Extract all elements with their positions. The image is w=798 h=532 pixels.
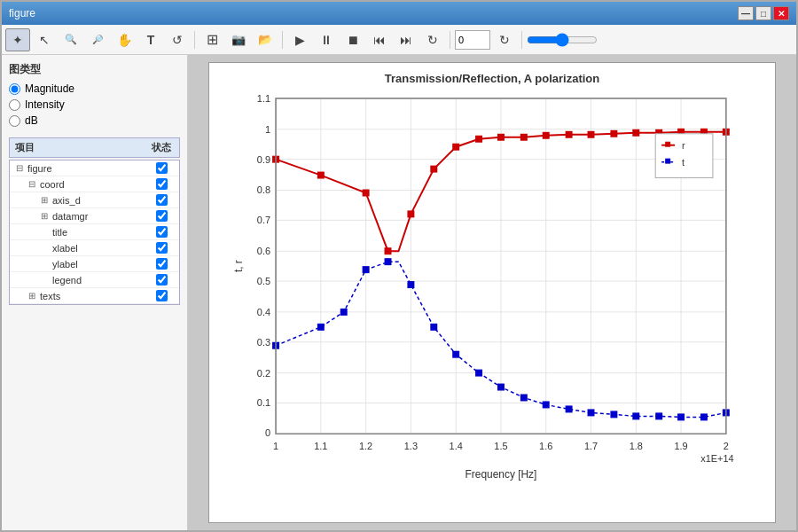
r-point-2	[317, 172, 325, 179]
tree-row[interactable]: ⊟figure	[10, 160, 179, 176]
minimize-button[interactable]: —	[738, 6, 754, 20]
radio-intensity-label: Intensity	[25, 98, 65, 111]
r-point-14	[610, 130, 617, 137]
tree-row[interactable]: ⊞axis_d	[10, 192, 179, 208]
tree-checkbox-input[interactable]	[156, 242, 168, 254]
radio-db-input[interactable]	[9, 115, 20, 127]
svg-text:0: 0	[265, 427, 270, 438]
main-content: 图类型 Magnitude Intensity dB 项目 状态	[2, 55, 796, 530]
select-tool[interactable]: ↖	[32, 28, 57, 51]
camera-tool[interactable]: 📷	[226, 28, 251, 51]
tree-checkbox[interactable]	[144, 226, 179, 238]
tree-row[interactable]: title	[10, 224, 179, 240]
r-point-15	[632, 129, 639, 137]
radio-db[interactable]: dB	[9, 114, 180, 127]
loop-button[interactable]: ↻	[420, 28, 445, 51]
tree-col2-header: 状态	[144, 138, 179, 157]
tree-toggle[interactable]: ⊟	[26, 179, 38, 189]
tree-checkbox-input[interactable]	[156, 226, 168, 238]
tree-header: 项目 状态	[9, 137, 180, 158]
tree-checkbox-input[interactable]	[156, 290, 168, 301]
tree-row[interactable]: ⊟coord	[10, 176, 179, 192]
tree-checkbox[interactable]	[144, 178, 179, 190]
tree-item-label: axis_d	[51, 195, 144, 206]
tree-indent	[10, 275, 38, 286]
tree-checkbox-input[interactable]	[156, 194, 168, 206]
arrow-tool[interactable]: ✦	[5, 28, 30, 51]
play-button[interactable]: ▶	[287, 28, 312, 51]
tree-checkbox[interactable]	[144, 290, 179, 301]
radio-intensity[interactable]: Intensity	[9, 98, 180, 111]
tree-row[interactable]: legend	[10, 272, 179, 288]
tree-item-label: datamgr	[51, 211, 144, 222]
tree-checkbox-input[interactable]	[156, 210, 168, 222]
tree-checkbox-input[interactable]	[156, 274, 168, 286]
radio-magnitude[interactable]: Magnitude	[9, 82, 180, 95]
svg-text:0.1: 0.1	[257, 397, 270, 408]
type-radio-group: Magnitude Intensity dB	[9, 82, 180, 127]
stop-button[interactable]: ⏹	[340, 28, 365, 51]
close-button[interactable]: ✕	[773, 6, 789, 20]
tree-checkbox[interactable]	[144, 258, 179, 270]
tree-indent	[10, 227, 38, 238]
refresh-button[interactable]: ↻	[492, 28, 517, 51]
svg-text:1.1: 1.1	[314, 441, 327, 451]
frame-number-input[interactable]: 0	[455, 30, 490, 50]
t-point-3	[340, 309, 348, 316]
next-button[interactable]: ⏭	[394, 28, 419, 51]
svg-text:1.6: 1.6	[539, 441, 552, 451]
prev-button[interactable]: ⏮	[367, 28, 392, 51]
tree-row[interactable]: ⊞datamgr	[10, 208, 179, 224]
svg-text:1: 1	[265, 124, 270, 135]
radio-magnitude-input[interactable]	[9, 83, 20, 95]
zoom-in-tool[interactable]: 🔍	[59, 28, 83, 51]
tree-checkbox[interactable]	[144, 210, 179, 222]
tree-row[interactable]: ylabel	[10, 256, 179, 272]
tree-checkbox[interactable]	[144, 274, 179, 286]
fit-tool[interactable]: ⊞	[200, 28, 224, 51]
zoom-out-tool[interactable]: 🔎	[85, 28, 110, 51]
window-title: figure	[9, 7, 738, 20]
maximize-button[interactable]: □	[755, 6, 771, 20]
r-point-5	[407, 210, 414, 217]
t-point-14	[588, 409, 595, 416]
pan-tool[interactable]: ✋	[112, 28, 137, 51]
tree-toggle[interactable]: ⊞	[38, 211, 51, 221]
tree-section: 项目 状态 ⊟figure ⊟coord ⊞axis_d ⊞datamgr ti…	[9, 137, 180, 523]
tree-checkbox[interactable]	[144, 194, 179, 206]
playback-slider[interactable]	[527, 34, 598, 46]
separator-1	[194, 31, 195, 49]
svg-text:0.8: 0.8	[257, 184, 270, 195]
tree-indent	[10, 243, 38, 254]
open-tool[interactable]: 📂	[253, 28, 278, 51]
tree-toggle[interactable]: ⊞	[38, 195, 51, 205]
text-tool[interactable]: T	[138, 28, 163, 51]
r-point-9	[497, 134, 505, 141]
svg-rect-56	[665, 159, 670, 164]
tree-checkbox-input[interactable]	[156, 258, 168, 270]
tree-body: ⊟figure ⊟coord ⊞axis_d ⊞datamgr title xl…	[9, 160, 180, 305]
tree-indent	[10, 211, 38, 222]
tree-toggle[interactable]: ⊞	[26, 291, 38, 301]
tree-checkbox[interactable]	[144, 162, 179, 174]
svg-text:0.5: 0.5	[257, 276, 270, 286]
svg-text:1.5: 1.5	[494, 441, 507, 451]
r-point-12	[566, 131, 573, 138]
svg-text:0.9: 0.9	[257, 154, 270, 165]
pause-button[interactable]: ⏸	[314, 28, 339, 51]
undo-tool[interactable]: ↺	[165, 28, 190, 51]
tree-row[interactable]: ⊞texts	[10, 288, 179, 304]
svg-text:2: 2	[724, 441, 729, 451]
tree-checkbox-input[interactable]	[156, 178, 168, 190]
svg-text:1.1: 1.1	[257, 93, 270, 104]
radio-intensity-input[interactable]	[9, 99, 20, 111]
svg-text:t, r: t, r	[232, 260, 245, 272]
tree-row[interactable]: xlabel	[10, 240, 179, 256]
sidebar: 图类型 Magnitude Intensity dB 项目 状态	[2, 55, 188, 530]
chart-container: Transmission/Reflection, A polarization	[208, 62, 776, 523]
r-point-13	[588, 131, 595, 138]
tree-toggle[interactable]: ⊟	[13, 163, 26, 173]
r-point-7	[452, 144, 459, 151]
tree-checkbox[interactable]	[144, 242, 179, 254]
tree-checkbox-input[interactable]	[156, 162, 168, 174]
